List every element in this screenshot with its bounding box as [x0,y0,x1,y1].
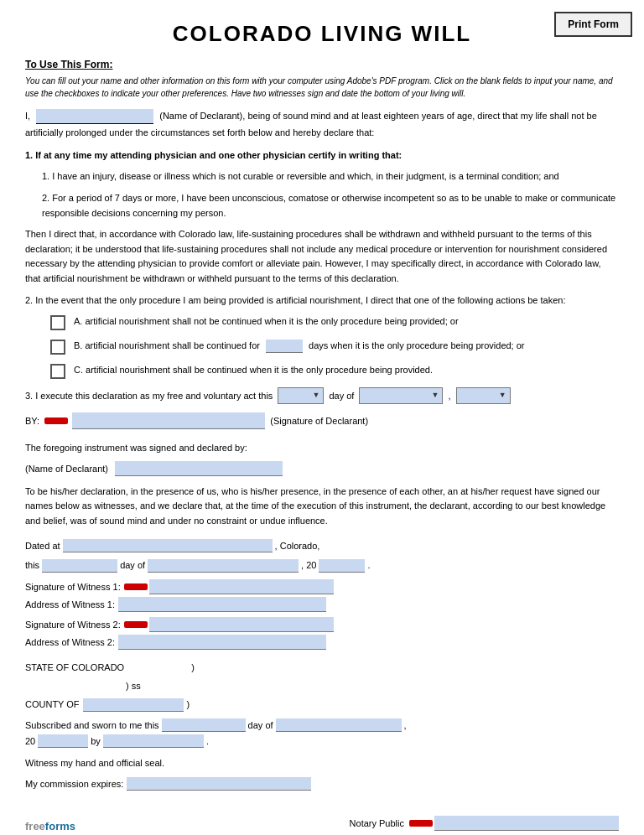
then-paragraph: Then I direct that, in accordance with C… [25,227,619,286]
to-use-heading: To Use This Form: [25,57,619,73]
checkbox-b-row: B. artificial nourishment shall be conti… [50,339,619,355]
subscribed-comma: , [404,720,407,730]
subscribed-day-input[interactable] [162,718,246,732]
section2-heading: 2. In the event that the only procedure … [25,293,619,309]
checkbox-c[interactable] [50,364,65,379]
subscribed-by-input[interactable] [103,734,204,748]
subscribed-year-input[interactable] [38,734,88,748]
this-label: this [25,557,39,574]
commission-input[interactable] [127,777,311,791]
freeforms-forms: forms [45,820,75,832]
county-label: COUNTY OF [25,697,80,713]
name-dec-row: (Name of Declarant) [25,461,619,476]
addr-witness1-row: Address of Witness 1: [25,597,619,612]
notary-input[interactable] [434,816,619,831]
sig-witness1-label: Signature of Witness 1: [25,582,121,592]
notary-row: Notary Public [25,816,619,831]
colorado-label: , Colorado, [275,537,320,555]
sig-witness1-input[interactable] [149,579,334,594]
days-field[interactable] [266,340,303,353]
subscribed-day-of: day of [248,720,273,730]
checkbox-b-label: B. artificial nourishment shall be conti… [74,339,619,353]
section1-heading: 1. If at any time my attending physician… [25,148,619,163]
month-dropdown[interactable]: ▼ [359,387,443,404]
name-dec-label: (Name of Declarant) [25,464,108,474]
commission-label: My commission expires: [25,779,123,789]
subscribed-month-input[interactable] [276,718,402,732]
dated-at-input[interactable] [63,539,273,552]
dropdown-arrow-day: ▼ [312,389,319,402]
notary-red-mark [409,820,433,827]
name-dec-input[interactable] [115,461,283,476]
sig-witness1-row: Signature of Witness 1: [25,579,619,594]
sig-declarant-input[interactable] [72,412,265,429]
dropdown-arrow-year: ▼ [499,389,506,402]
ss-label: ) ss [126,681,141,691]
state-section: STATE OF COLORADO ) ) ss COUNTY OF ) [25,660,619,713]
addr-witness1-input[interactable] [118,597,326,612]
dropdown-arrow-month: ▼ [432,389,439,402]
sig-witness2-label: Signature of Witness 2: [25,620,121,630]
sig-witness2-row: Signature of Witness 2: [25,617,619,632]
foregoing-text: The foregoing instrument was signed and … [25,441,619,456]
page-title: COLORADO LIVING WILL [25,21,619,47]
signature-declarant-field[interactable] [44,412,265,429]
sig2-red-mark [124,621,148,628]
sig-witness2-input[interactable] [149,617,334,632]
month-input[interactable] [148,559,299,573]
addr-witness2-row: Address of Witness 2: [25,635,619,650]
day-of-label: day of [329,388,354,404]
by-label: BY: [25,416,39,426]
sig1-red-mark [124,583,148,590]
witness-para: To be his/her declaration, in the presen… [25,485,619,529]
checkbox-a-label: A. artificial nourishment shall not be c… [74,314,619,329]
checkbox-a[interactable] [50,315,65,330]
by-label2: by [91,736,101,746]
print-form-button[interactable]: Print Form [554,12,632,37]
intro-i: I, [25,111,30,121]
subscribed-row: Subscribed and sworn to me this day of , [25,718,619,732]
subscribed-label: Subscribed and sworn to me this [25,720,159,730]
sig-declarant-label: (Signature of Declarant) [270,416,368,426]
freeforms-logo: freeforms [25,820,75,832]
state-paren: ) [191,660,195,677]
declarant-name-input[interactable] [36,109,153,124]
day-dropdown[interactable]: ▼ [278,387,324,404]
addr-witness2-label: Address of Witness 2: [25,637,115,647]
to-use-text: You can fill out your name and other inf… [25,75,619,100]
20-label: 20 [25,736,35,746]
year-input[interactable] [319,559,365,573]
dated-section: Dated at , Colorado, this day of , 20 . [25,537,619,575]
checkbox-c-row: C. artificial nourishment shall be conti… [50,363,619,379]
section1a: 1. I have an injury, disease or illness … [42,169,619,184]
county-input[interactable] [83,698,184,712]
subscribed-row2: 20 by . [25,734,619,748]
addr-witness1-label: Address of Witness 1: [25,599,115,609]
checkbox-b[interactable] [50,340,65,355]
checkbox-a-row: A. artificial nourishment shall not be c… [50,314,619,330]
notary-label: Notary Public [350,818,404,828]
sig-red-mark [44,418,68,424]
section1b: 2. For a period of 7 days or more, I hav… [42,191,619,220]
witness-hand: Witness my hand and official seal. [25,756,619,771]
county-paren: ) [187,697,190,713]
intro-paragraph: I, (Name of Declarant), being of sound m… [25,108,619,142]
addr-witness2-input[interactable] [118,635,326,650]
checkbox-c-label: C. artificial nourishment shall be conti… [74,363,619,377]
commission-row: My commission expires: [25,777,619,791]
year-dropdown[interactable]: ▼ [456,387,511,404]
day-of-label2: day of [120,557,145,574]
dated-at-label: Dated at [25,537,60,555]
comma-20-label: , 20 [301,557,316,574]
state-label: STATE OF COLORADO [25,660,124,677]
this-input[interactable] [42,559,117,573]
freeforms-free: free [25,820,45,832]
by-row: BY: (Signature of Declarant) [25,412,619,429]
section3-prefix: 3. I execute this declaration as my free… [25,388,273,404]
section3-row: 3. I execute this declaration as my free… [25,387,619,404]
